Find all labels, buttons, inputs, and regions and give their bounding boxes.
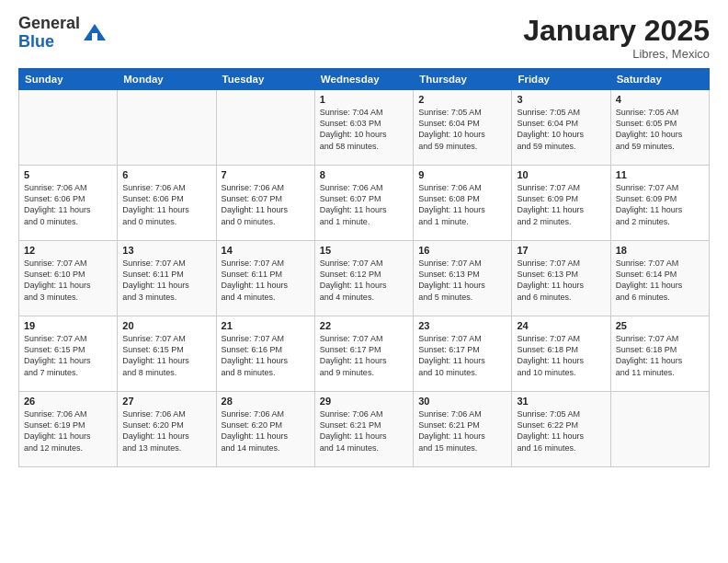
day-info: Sunrise: 7:07 AM Sunset: 6:10 PM Dayligh…	[24, 258, 112, 303]
calendar-cell: 15Sunrise: 7:07 AM Sunset: 6:12 PM Dayli…	[314, 241, 413, 316]
day-number: 12	[24, 245, 112, 256]
calendar-cell: 2Sunrise: 7:05 AM Sunset: 6:04 PM Daylig…	[414, 90, 512, 166]
calendar-cell: 16Sunrise: 7:07 AM Sunset: 6:13 PM Dayli…	[414, 241, 512, 316]
calendar-week-2: 5Sunrise: 7:06 AM Sunset: 6:06 PM Daylig…	[19, 166, 710, 241]
calendar-cell	[118, 90, 216, 166]
logo-icon	[82, 20, 108, 46]
col-saturday: Saturday	[610, 69, 709, 90]
col-monday: Monday	[118, 69, 216, 90]
day-number: 9	[418, 169, 506, 180]
logo-general: General	[18, 14, 80, 32]
day-info: Sunrise: 7:06 AM Sunset: 6:21 PM Dayligh…	[418, 408, 506, 454]
logo-blue: Blue	[18, 32, 54, 51]
header: General Blue January 2025 Libres, Mexico	[18, 15, 710, 61]
col-friday: Friday	[512, 69, 610, 90]
calendar-cell: 10Sunrise: 7:07 AM Sunset: 6:09 PM Dayli…	[512, 166, 610, 241]
day-info: Sunrise: 7:07 AM Sunset: 6:09 PM Dayligh…	[517, 182, 605, 227]
calendar-cell: 25Sunrise: 7:07 AM Sunset: 6:18 PM Dayli…	[610, 316, 709, 392]
day-info: Sunrise: 7:07 AM Sunset: 6:13 PM Dayligh…	[418, 258, 506, 303]
calendar-cell: 8Sunrise: 7:06 AM Sunset: 6:07 PM Daylig…	[314, 166, 413, 241]
day-number: 31	[517, 396, 605, 407]
calendar-cell: 19Sunrise: 7:07 AM Sunset: 6:15 PM Dayli…	[19, 316, 118, 392]
day-info: Sunrise: 7:07 AM Sunset: 6:12 PM Dayligh…	[320, 258, 408, 303]
calendar-cell: 4Sunrise: 7:05 AM Sunset: 6:05 PM Daylig…	[610, 90, 709, 166]
day-number: 25	[616, 320, 704, 331]
day-info: Sunrise: 7:07 AM Sunset: 6:17 PM Dayligh…	[418, 333, 506, 378]
day-number: 23	[418, 320, 506, 331]
day-number: 29	[320, 396, 408, 407]
calendar-cell: 5Sunrise: 7:06 AM Sunset: 6:06 PM Daylig…	[19, 166, 118, 241]
day-info: Sunrise: 7:06 AM Sunset: 6:06 PM Dayligh…	[24, 182, 112, 227]
day-info: Sunrise: 7:07 AM Sunset: 6:15 PM Dayligh…	[24, 333, 112, 378]
day-info: Sunrise: 7:06 AM Sunset: 6:08 PM Dayligh…	[418, 182, 506, 227]
day-number: 26	[24, 396, 112, 407]
weekday-header-row: Sunday Monday Tuesday Wednesday Thursday…	[19, 69, 710, 90]
page: General Blue January 2025 Libres, Mexico…	[0, 0, 728, 563]
day-info: Sunrise: 7:06 AM Sunset: 6:21 PM Dayligh…	[320, 408, 408, 454]
calendar-cell: 7Sunrise: 7:06 AM Sunset: 6:07 PM Daylig…	[216, 166, 314, 241]
day-info: Sunrise: 7:05 AM Sunset: 6:04 PM Dayligh…	[517, 107, 605, 152]
calendar-cell	[19, 90, 118, 166]
day-number: 7	[222, 169, 310, 180]
col-thursday: Thursday	[414, 69, 512, 90]
calendar-cell: 28Sunrise: 7:06 AM Sunset: 6:20 PM Dayli…	[216, 392, 314, 467]
day-number: 10	[517, 169, 605, 180]
day-info: Sunrise: 7:05 AM Sunset: 6:22 PM Dayligh…	[517, 408, 605, 454]
svg-rect-1	[92, 33, 97, 40]
day-info: Sunrise: 7:07 AM Sunset: 6:18 PM Dayligh…	[517, 333, 605, 378]
day-info: Sunrise: 7:06 AM Sunset: 6:20 PM Dayligh…	[222, 408, 310, 454]
calendar-cell: 21Sunrise: 7:07 AM Sunset: 6:16 PM Dayli…	[216, 316, 314, 392]
day-info: Sunrise: 7:04 AM Sunset: 6:03 PM Dayligh…	[320, 107, 408, 152]
day-info: Sunrise: 7:05 AM Sunset: 6:04 PM Dayligh…	[418, 107, 506, 152]
calendar-cell: 31Sunrise: 7:05 AM Sunset: 6:22 PM Dayli…	[512, 392, 610, 467]
calendar-cell: 20Sunrise: 7:07 AM Sunset: 6:15 PM Dayli…	[118, 316, 216, 392]
day-number: 1	[320, 94, 408, 105]
day-info: Sunrise: 7:05 AM Sunset: 6:05 PM Dayligh…	[616, 107, 704, 152]
day-number: 18	[616, 245, 704, 256]
month-title: January 2025	[523, 15, 710, 47]
calendar-cell: 17Sunrise: 7:07 AM Sunset: 6:13 PM Dayli…	[512, 241, 610, 316]
calendar-cell: 26Sunrise: 7:06 AM Sunset: 6:19 PM Dayli…	[19, 392, 118, 467]
day-info: Sunrise: 7:06 AM Sunset: 6:20 PM Dayligh…	[122, 408, 210, 454]
logo: General Blue	[18, 15, 108, 52]
calendar-cell: 24Sunrise: 7:07 AM Sunset: 6:18 PM Dayli…	[512, 316, 610, 392]
logo-text: General Blue	[18, 15, 80, 52]
col-sunday: Sunday	[19, 69, 118, 90]
day-number: 5	[24, 169, 112, 180]
calendar-cell: 30Sunrise: 7:06 AM Sunset: 6:21 PM Dayli…	[414, 392, 512, 467]
day-info: Sunrise: 7:06 AM Sunset: 6:07 PM Dayligh…	[320, 182, 408, 227]
day-number: 27	[122, 396, 210, 407]
day-number: 6	[122, 169, 210, 180]
day-number: 14	[222, 245, 310, 256]
day-info: Sunrise: 7:07 AM Sunset: 6:17 PM Dayligh…	[320, 333, 408, 378]
day-info: Sunrise: 7:07 AM Sunset: 6:11 PM Dayligh…	[222, 258, 310, 303]
day-info: Sunrise: 7:07 AM Sunset: 6:13 PM Dayligh…	[517, 258, 605, 303]
calendar-cell: 11Sunrise: 7:07 AM Sunset: 6:09 PM Dayli…	[610, 166, 709, 241]
day-number: 15	[320, 245, 408, 256]
calendar-cell: 3Sunrise: 7:05 AM Sunset: 6:04 PM Daylig…	[512, 90, 610, 166]
day-info: Sunrise: 7:07 AM Sunset: 6:15 PM Dayligh…	[122, 333, 210, 378]
location-subtitle: Libres, Mexico	[523, 47, 710, 61]
calendar-cell: 27Sunrise: 7:06 AM Sunset: 6:20 PM Dayli…	[118, 392, 216, 467]
calendar-cell: 12Sunrise: 7:07 AM Sunset: 6:10 PM Dayli…	[19, 241, 118, 316]
day-info: Sunrise: 7:06 AM Sunset: 6:06 PM Dayligh…	[122, 182, 210, 227]
day-number: 21	[222, 320, 310, 331]
calendar-cell: 22Sunrise: 7:07 AM Sunset: 6:17 PM Dayli…	[314, 316, 413, 392]
day-number: 24	[517, 320, 605, 331]
calendar-cell: 1Sunrise: 7:04 AM Sunset: 6:03 PM Daylig…	[314, 90, 413, 166]
day-number: 16	[418, 245, 506, 256]
day-info: Sunrise: 7:06 AM Sunset: 6:07 PM Dayligh…	[222, 182, 310, 227]
day-number: 28	[222, 396, 310, 407]
calendar-cell: 9Sunrise: 7:06 AM Sunset: 6:08 PM Daylig…	[414, 166, 512, 241]
day-number: 30	[418, 396, 506, 407]
calendar-week-5: 26Sunrise: 7:06 AM Sunset: 6:19 PM Dayli…	[19, 392, 710, 467]
day-info: Sunrise: 7:07 AM Sunset: 6:09 PM Dayligh…	[616, 182, 704, 227]
day-number: 20	[122, 320, 210, 331]
calendar-week-3: 12Sunrise: 7:07 AM Sunset: 6:10 PM Dayli…	[19, 241, 710, 316]
day-number: 19	[24, 320, 112, 331]
calendar-week-4: 19Sunrise: 7:07 AM Sunset: 6:15 PM Dayli…	[19, 316, 710, 392]
day-number: 2	[418, 94, 506, 105]
day-info: Sunrise: 7:07 AM Sunset: 6:14 PM Dayligh…	[616, 258, 704, 303]
calendar-cell: 13Sunrise: 7:07 AM Sunset: 6:11 PM Dayli…	[118, 241, 216, 316]
day-number: 3	[517, 94, 605, 105]
